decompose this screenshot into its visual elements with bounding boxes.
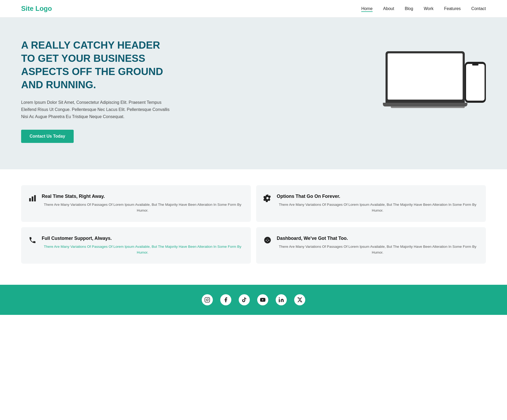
feature-title-stats: Real Time Stats, Right Away. (42, 194, 243, 199)
instagram-icon[interactable] (202, 294, 213, 305)
hero-heading: A REALLY CATCHY HEADER TO GET YOUR BUSIN… (21, 39, 174, 91)
laptop-illustration (386, 51, 470, 112)
features-grid: Real Time Stats, Right Away. There Are M… (21, 185, 486, 264)
nav-item-about[interactable]: About (383, 6, 394, 11)
svg-rect-0 (29, 198, 31, 202)
tiktok-icon[interactable] (239, 294, 250, 305)
navbar: Site Logo Home About Blog Work Features … (0, 0, 507, 17)
svg-point-3 (266, 239, 269, 241)
dashboard-icon (264, 236, 271, 246)
hero-body: Lorem Ipsum Dolor Sit Amet, Consectetur … (21, 99, 174, 120)
nav-item-work[interactable]: Work (424, 6, 434, 11)
nav-item-features[interactable]: Features (444, 6, 461, 11)
features-section: Real Time Stats, Right Away. There Are M… (0, 169, 507, 285)
svg-rect-8 (279, 299, 280, 302)
x-icon[interactable] (294, 294, 305, 305)
bar-chart-icon (29, 194, 36, 204)
phone-icon (29, 236, 36, 246)
feature-body-options: There Are Many Variations Of Passages Of… (277, 202, 478, 213)
svg-point-9 (279, 297, 280, 298)
linkedin-icon[interactable] (276, 294, 287, 305)
nav-item-contact[interactable]: Contact (471, 6, 486, 11)
feature-body-support: There Are Many Variations Of Passages Of… (42, 244, 243, 255)
footer (0, 285, 507, 315)
svg-rect-2 (34, 195, 36, 202)
nav-item-blog[interactable]: Blog (405, 6, 413, 11)
gear-icon (264, 194, 271, 204)
nav-item-home[interactable]: Home (361, 6, 373, 11)
feature-title-options: Options That Go On Forever. (277, 194, 478, 199)
youtube-icon[interactable] (257, 294, 268, 305)
facebook-icon[interactable] (220, 294, 231, 305)
feature-card-options: Options That Go On Forever. There Are Ma… (256, 185, 486, 222)
svg-point-6 (208, 298, 209, 299)
site-logo: Site Logo (21, 5, 52, 12)
contact-us-button[interactable]: Contact Us Today (21, 130, 74, 143)
feature-card-stats: Real Time Stats, Right Away. There Are M… (21, 185, 251, 222)
phone-illustration (465, 62, 486, 103)
hero-section: A REALLY CATCHY HEADER TO GET YOUR BUSIN… (0, 17, 507, 169)
svg-rect-1 (32, 197, 33, 202)
feature-card-dashboard: Dashboard, We've Got That Too. There Are… (256, 227, 486, 264)
svg-rect-4 (205, 297, 210, 302)
feature-card-support: Full Customer Support, Always. There Are… (21, 227, 251, 264)
svg-point-5 (206, 299, 208, 301)
feature-body-dashboard: There Are Many Variations Of Passages Of… (277, 244, 478, 255)
feature-title-dashboard: Dashboard, We've Got That Too. (277, 236, 478, 241)
feature-title-support: Full Customer Support, Always. (42, 236, 243, 241)
nav-links: Home About Blog Work Features Contact (361, 6, 486, 11)
hero-image (386, 51, 486, 130)
hero-text: A REALLY CATCHY HEADER TO GET YOUR BUSIN… (21, 39, 174, 143)
feature-body-stats: There Are Many Variations Of Passages Of… (42, 202, 243, 213)
